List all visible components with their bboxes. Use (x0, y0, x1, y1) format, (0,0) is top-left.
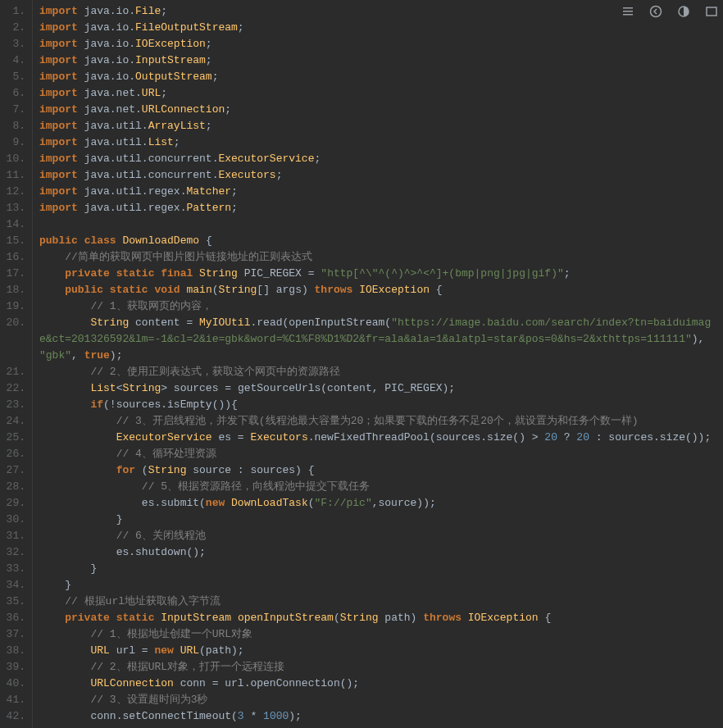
code-line[interactable]: // 2、使用正则表达式，获取这个网页中的资源路径 (39, 364, 716, 380)
code-line[interactable]: import java.util.concurrent.Executors; (39, 167, 716, 184)
code-line[interactable]: import java.util.List; (39, 134, 716, 151)
line-number: 5. (3, 69, 25, 85)
code-line[interactable]: es.shutdown(); (39, 544, 716, 561)
svg-point-3 (651, 7, 662, 17)
code-line[interactable]: //简单的获取网页中图片图片链接地址的正则表达式 (39, 249, 716, 266)
line-number: 24. (3, 413, 25, 430)
code-line[interactable]: } (39, 577, 716, 594)
code-line[interactable]: // 5、根据资源路径，向线程池中提交下载任务 (39, 479, 716, 495)
code-line[interactable]: List<String> sources = getSourceUrls(con… (39, 380, 716, 397)
code-line[interactable]: import java.io.FileOutputStream; (39, 20, 716, 36)
line-number: 7. (3, 102, 25, 118)
code-line[interactable]: import java.util.ArrayList; (39, 118, 716, 134)
code-line[interactable]: for (String source : sources) { (39, 462, 716, 479)
svg-rect-0 (623, 7, 633, 9)
code-line[interactable]: import java.io.IOException; (39, 36, 716, 52)
code-editor[interactable]: 1.2.3.4.5.6.7.8.9.10.11.12.13.14.15.16.1… (0, 0, 723, 728)
line-number: 11. (3, 167, 25, 184)
line-number: 33. (3, 561, 25, 577)
code-line[interactable]: import java.net.URLConnection; (39, 102, 716, 118)
line-number: 23. (3, 397, 25, 413)
code-line[interactable]: // 根据url地址获取输入字节流 (39, 594, 716, 610)
line-number: 2. (3, 20, 25, 36)
line-number: 34. (3, 577, 25, 594)
line-number: 15. (3, 233, 25, 249)
code-line[interactable]: import java.io.File; (39, 3, 716, 20)
code-line[interactable]: import java.util.concurrent.ExecutorServ… (39, 151, 716, 167)
code-line[interactable]: // 3、设置超时间为3秒 (39, 692, 716, 708)
svg-rect-5 (707, 7, 716, 16)
line-number: 38. (3, 643, 25, 659)
line-number: 41. (3, 692, 25, 708)
line-number: 36. (3, 610, 25, 626)
svg-rect-1 (623, 11, 633, 12)
line-number: 8. (3, 118, 25, 134)
line-number: 42. (3, 708, 25, 725)
code-line[interactable]: import java.io.OutputStream; (39, 69, 716, 85)
code-line[interactable]: import java.io.InputStream; (39, 52, 716, 69)
line-number: 16. (3, 249, 25, 266)
editor-toolbar (621, 5, 718, 18)
svg-rect-2 (623, 14, 633, 16)
code-line[interactable]: URL url = new URL(path); (39, 643, 716, 659)
line-number: 3. (3, 36, 25, 52)
line-number: 32. (3, 544, 25, 561)
line-number: 26. (3, 446, 25, 462)
code-line[interactable]: public static void main(String[] args) t… (39, 282, 716, 298)
code-line[interactable]: // 2、根据URL对象，打开一个远程连接 (39, 659, 716, 676)
code-line[interactable]: import java.util.regex.Pattern; (39, 200, 716, 216)
line-number: 35. (3, 594, 25, 610)
code-line[interactable]: import java.util.regex.Matcher; (39, 184, 716, 200)
line-number: 30. (3, 512, 25, 528)
code-line[interactable]: conn.setConnectTimeout(3 * 1000); (39, 708, 716, 725)
code-line[interactable] (39, 216, 716, 233)
line-number: 12. (3, 184, 25, 200)
line-number: 40. (3, 676, 25, 692)
line-number: 13. (3, 200, 25, 216)
code-line[interactable]: public class DownloadDemo { (39, 233, 716, 249)
line-number: 39. (3, 659, 25, 676)
line-number: 10. (3, 151, 25, 167)
code-line[interactable]: } (39, 512, 716, 528)
line-number: 25. (3, 430, 25, 446)
line-number: 21. (3, 364, 25, 380)
line-number: 20. (3, 315, 25, 364)
contrast-icon[interactable] (677, 5, 690, 18)
code-line[interactable]: // 3、开启线程池，并发下载(线程池最大容量为20；如果要下载的任务不足20个… (39, 413, 716, 430)
line-number: 14. (3, 216, 25, 233)
line-number: 6. (3, 85, 25, 102)
code-line[interactable]: // 1、根据地址创建一个URL对象 (39, 626, 716, 643)
line-number: 27. (3, 462, 25, 479)
line-number: 4. (3, 52, 25, 69)
line-number: 17. (3, 266, 25, 282)
line-number: 28. (3, 479, 25, 495)
line-number: 29. (3, 495, 25, 512)
code-line[interactable]: es.submit(new DownLoadTask("F://pic",sou… (39, 495, 716, 512)
line-number: 1. (3, 3, 25, 20)
code-line[interactable]: // 6、关闭线程池 (39, 528, 716, 544)
code-line[interactable]: String content = MyIOUtil.read(openInput… (39, 315, 716, 364)
line-number: 22. (3, 380, 25, 397)
line-number: 31. (3, 528, 25, 544)
code-line[interactable]: } (39, 561, 716, 577)
code-line[interactable]: URLConnection conn = url.openConnection(… (39, 676, 716, 692)
line-number-gutter: 1.2.3.4.5.6.7.8.9.10.11.12.13.14.15.16.1… (0, 0, 33, 728)
list-icon[interactable] (621, 5, 634, 18)
code-line[interactable]: if(!sources.isEmpty()){ (39, 397, 716, 413)
line-number: 18. (3, 282, 25, 298)
line-number: 9. (3, 134, 25, 151)
code-content[interactable]: import java.io.File;import java.io.FileO… (33, 0, 723, 728)
arrow-left-icon[interactable] (649, 5, 662, 18)
code-line[interactable]: // 4、循环处理资源 (39, 446, 716, 462)
code-line[interactable]: ExecutorService es = Executors.newFixedT… (39, 430, 716, 446)
code-line[interactable]: private static final String PIC_REGEX = … (39, 266, 716, 282)
code-line[interactable]: private static InputStream openInputStre… (39, 610, 716, 626)
fullscreen-icon[interactable] (705, 5, 718, 18)
line-number: 19. (3, 298, 25, 315)
code-line[interactable]: import java.net.URL; (39, 85, 716, 102)
code-line[interactable]: // 1、获取网页的内容， (39, 298, 716, 315)
line-number: 37. (3, 626, 25, 643)
